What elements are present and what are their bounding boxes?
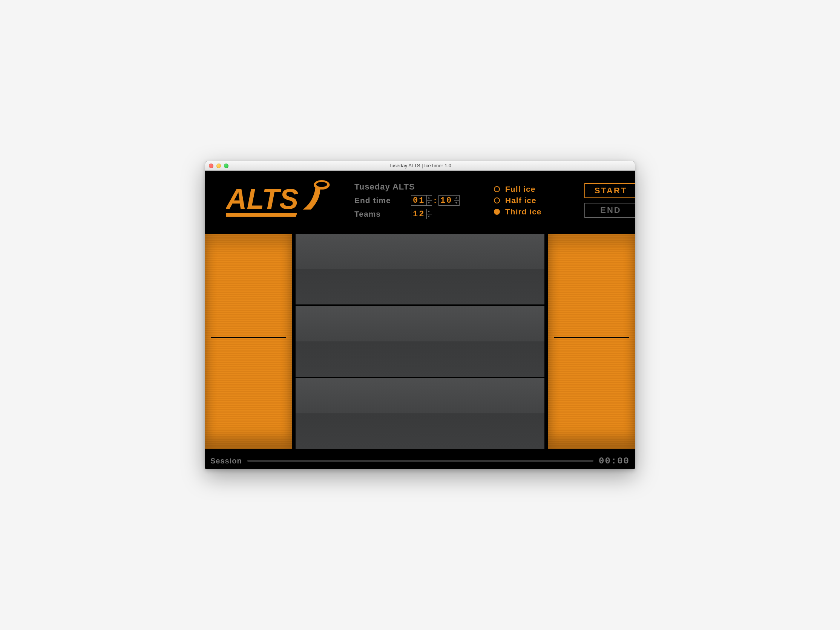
rink-surface-2 [295, 306, 545, 376]
radio-full-ice[interactable]: Full ice [494, 184, 565, 194]
svg-point-2 [316, 182, 327, 187]
start-button[interactable]: START [584, 183, 635, 198]
minimize-window-button[interactable] [216, 164, 221, 168]
end-button[interactable]: END [584, 203, 635, 218]
radio-label: Half ice [505, 196, 537, 205]
teams-label: Teams [354, 209, 411, 219]
svg-rect-0 [226, 213, 297, 217]
stepper-arrows: ▲ ▼ [426, 195, 432, 205]
teams-stepper[interactable]: 12 ▲ ▼ [411, 209, 432, 219]
zoom-window-button[interactable] [224, 164, 229, 168]
app-header: ALTS Tuseday ALTS End time 01 ▲ ▼ [205, 171, 635, 230]
radio-icon [494, 186, 500, 192]
window-controls [205, 164, 229, 168]
end-time-hours-stepper[interactable]: 01 ▲ ▼ [411, 195, 432, 206]
app-logo: ALTS [226, 180, 336, 221]
chevron-down-icon[interactable]: ▼ [427, 214, 432, 219]
stepper-arrows: ▲ ▼ [426, 209, 432, 219]
session-time: 00:00 [599, 456, 630, 466]
action-buttons: START END [584, 183, 635, 218]
logo-text: ALTS [226, 183, 298, 215]
end-time-minutes-value: 10 [439, 195, 454, 205]
chevron-down-icon[interactable]: ▼ [454, 201, 459, 206]
session-progress-track[interactable] [247, 460, 594, 462]
radio-icon [494, 197, 500, 203]
end-time-label: End time [354, 196, 411, 205]
session-label: Session [210, 457, 242, 465]
settings-panel: Tuseday ALTS End time 01 ▲ ▼ : 10 ▲ ▼ [354, 180, 475, 221]
stepper-arrows: ▲ ▼ [454, 195, 459, 205]
chevron-up-icon[interactable]: ▲ [427, 195, 432, 201]
teams-row: Teams 12 ▲ ▼ [354, 207, 475, 221]
app-window: Tuseday ALTS | IceTimer 1.0 ALTS Tuseday… [205, 161, 635, 469]
radio-icon [494, 209, 500, 215]
chevron-up-icon[interactable]: ▲ [454, 195, 459, 201]
radio-third-ice[interactable]: Third ice [494, 207, 565, 216]
time-colon: : [432, 195, 438, 205]
rink-surface-1 [295, 234, 545, 304]
session-title: Tuseday ALTS [354, 180, 475, 194]
rink-surfaces [295, 234, 545, 449]
teams-value: 12 [411, 209, 426, 219]
radio-label: Full ice [505, 184, 535, 194]
window-title: Tuseday ALTS | IceTimer 1.0 [205, 163, 635, 168]
ice-mode-group: Full ice Half ice Third ice [494, 184, 565, 216]
end-time-row: End time 01 ▲ ▼ : 10 ▲ ▼ [354, 194, 475, 207]
radio-half-ice[interactable]: Half ice [494, 196, 565, 205]
radio-label: Third ice [505, 207, 542, 216]
right-bench [548, 234, 635, 449]
end-time-hours-value: 01 [411, 195, 426, 205]
end-time-minutes-stepper[interactable]: 10 ▲ ▼ [439, 195, 459, 206]
rink-area [205, 230, 635, 452]
chevron-down-icon[interactable]: ▼ [427, 201, 432, 206]
close-window-button[interactable] [209, 164, 213, 168]
left-bench [205, 234, 292, 449]
session-footer: Session 00:00 [205, 452, 635, 469]
chevron-up-icon[interactable]: ▲ [427, 209, 432, 214]
titlebar: Tuseday ALTS | IceTimer 1.0 [205, 161, 635, 171]
rink-surface-3 [295, 378, 545, 449]
